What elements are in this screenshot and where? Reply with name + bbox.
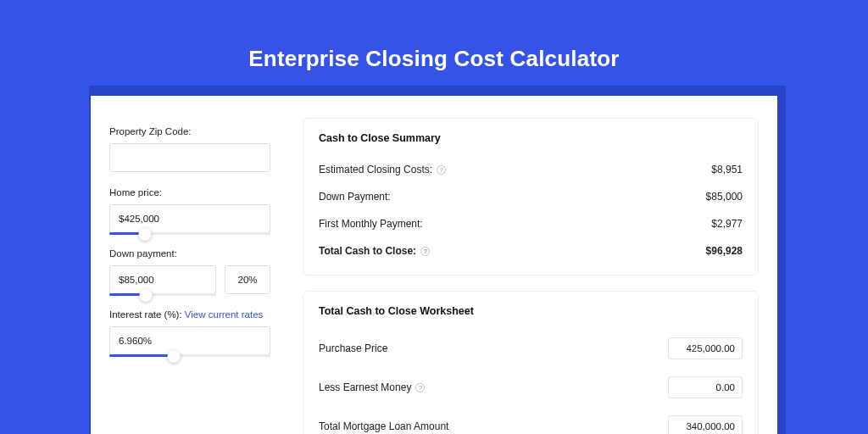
summary-row-value: $85,000 (706, 191, 743, 203)
summary-row-label-text: Estimated Closing Costs: (319, 164, 432, 175)
down-payment-label: Down payment: (109, 248, 270, 259)
worksheet-row-label: Less Earnest Money? (319, 381, 425, 393)
summary-row-label: Total Cash to Close:? (319, 245, 430, 257)
worksheet-row-label-text: Less Earnest Money (319, 381, 411, 393)
down-payment-pct-box[interactable]: 20% (225, 265, 270, 294)
worksheet-row-label: Total Mortgage Loan Amount (319, 420, 448, 432)
summary-row: Estimated Closing Costs:?$8,951 (319, 156, 743, 183)
inputs-column: Property Zip Code: Home price: Down paym… (91, 96, 289, 434)
summary-row-label-text: Down Payment: (319, 191, 391, 203)
worksheet-row-value-box[interactable]: 425,000.00 (668, 337, 743, 359)
worksheet-row-label: Purchase Price (319, 342, 387, 354)
zip-input[interactable] (109, 143, 270, 172)
summary-row: Total Cash to Close:?$96,928 (319, 237, 743, 264)
down-payment-row: 20% (109, 265, 270, 294)
worksheet-title: Total Cash to Close Worksheet (319, 305, 743, 317)
down-payment-input[interactable] (109, 265, 216, 294)
summary-row-label: Down Payment: (319, 191, 391, 203)
zip-field: Property Zip Code: (109, 126, 270, 172)
home-price-slider-thumb[interactable] (138, 228, 151, 241)
calculator-panel-wrap: Property Zip Code: Home price: Down paym… (91, 96, 777, 434)
rate-slider-block (109, 326, 270, 355)
worksheet-card: Total Cash to Close Worksheet Purchase P… (303, 291, 759, 434)
rate-field: Interest rate (%): View current rates (109, 309, 270, 355)
down-payment-amount-block (109, 265, 216, 294)
summary-row-value: $96,928 (706, 245, 743, 257)
page-title: Enterprise Closing Cost Calculator (0, 0, 868, 96)
calculator-panel: Property Zip Code: Home price: Down paym… (91, 96, 777, 434)
home-price-field: Home price: (109, 187, 270, 233)
home-price-slider-block (109, 204, 270, 233)
summary-row: Down Payment:$85,000 (319, 183, 743, 210)
worksheet-row-label-text: Total Mortgage Loan Amount (319, 420, 448, 432)
down-payment-field: Down payment: 20% (109, 248, 270, 294)
rate-label: Interest rate (%): View current rates (109, 309, 270, 320)
down-payment-slider-thumb[interactable] (139, 289, 152, 302)
help-icon[interactable]: ? (420, 247, 430, 256)
zip-label: Property Zip Code: (109, 126, 270, 136)
worksheet-row-value-box[interactable]: 340,000.00 (668, 415, 743, 434)
rate-slider-thumb[interactable] (168, 350, 181, 363)
help-icon[interactable]: ? (437, 165, 446, 175)
worksheet-row-label-text: Purchase Price (319, 342, 387, 354)
rate-input[interactable] (109, 326, 270, 355)
rate-label-text: Interest rate (%): (109, 309, 185, 320)
worksheet-row: Purchase Price425,000.00 (319, 329, 743, 368)
summary-row-label-text: First Monthly Payment: (319, 218, 423, 230)
summary-row: First Monthly Payment:$2,977 (319, 210, 743, 237)
summary-card: Cash to Close Summary Estimated Closing … (303, 118, 759, 275)
summary-rows: Estimated Closing Costs:?$8,951Down Paym… (319, 156, 743, 264)
home-price-label: Home price: (109, 187, 270, 198)
home-price-input[interactable] (109, 204, 270, 233)
summary-title: Cash to Close Summary (319, 132, 743, 144)
worksheet-rows: Purchase Price425,000.00Less Earnest Mon… (319, 329, 743, 434)
summary-row-value: $2,977 (711, 218, 743, 230)
summary-row-label: First Monthly Payment: (319, 218, 423, 230)
rate-slider-fill (109, 354, 174, 357)
help-icon[interactable]: ? (415, 383, 425, 392)
summary-row-value: $8,951 (711, 164, 743, 175)
view-current-rates-link[interactable]: View current rates (185, 309, 263, 320)
worksheet-row: Less Earnest Money?0.00 (319, 368, 743, 407)
results-column: Cash to Close Summary Estimated Closing … (289, 96, 777, 434)
worksheet-row-value-box[interactable]: 0.00 (668, 376, 743, 398)
summary-row-label-text: Total Cash to Close: (319, 245, 416, 257)
worksheet-row: Total Mortgage Loan Amount340,000.00 (319, 407, 743, 434)
summary-row-label: Estimated Closing Costs:? (319, 164, 446, 175)
